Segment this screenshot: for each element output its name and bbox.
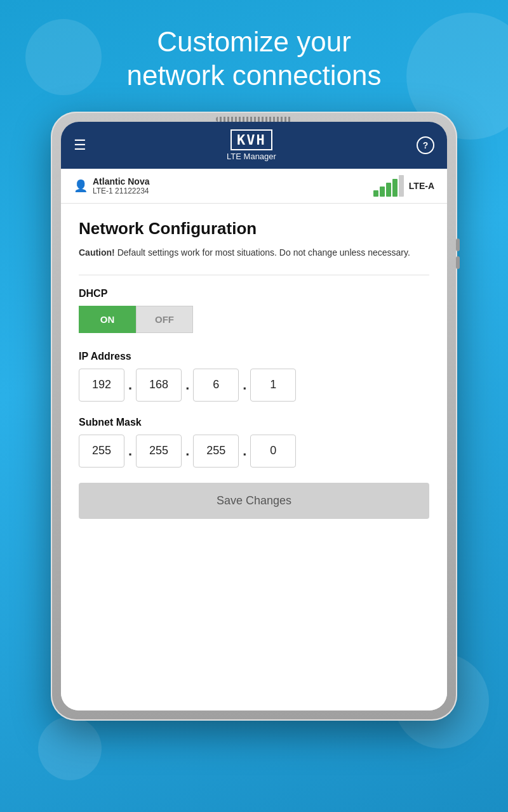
dhcp-toggle[interactable]: ON OFF bbox=[79, 306, 193, 333]
vessel-details: Atlantic Nova LTE-1 21122234 bbox=[93, 176, 149, 195]
ip-label: IP Address bbox=[79, 351, 429, 362]
subnet-dot-1: . bbox=[128, 443, 132, 459]
caution-rest: Default settings work for most situation… bbox=[115, 247, 410, 258]
signal-bars bbox=[373, 175, 404, 197]
subnet-dot-3: . bbox=[243, 443, 246, 459]
signal-bar-3 bbox=[386, 183, 391, 197]
menu-button[interactable]: ☰ bbox=[74, 137, 86, 154]
app-header: ☰ KVH LTE Manager ? bbox=[61, 122, 447, 169]
subnet-octet-1[interactable]: 255 bbox=[79, 435, 124, 468]
save-changes-button[interactable]: Save Changes bbox=[79, 483, 429, 519]
status-bar: 👤 Atlantic Nova LTE-1 21122234 LTE-A bbox=[61, 169, 447, 204]
vessel-id: LTE-1 21122234 bbox=[93, 187, 149, 195]
caution-text: Caution! Default settings work for most … bbox=[79, 246, 429, 259]
headline-line1: Customize your bbox=[157, 26, 351, 57]
tablet-device: SAMSUNG ☰ KVH LTE Manager ? 👤 Atlantic N… bbox=[51, 112, 457, 721]
vessel-name: Atlantic Nova bbox=[93, 176, 149, 187]
side-button bbox=[456, 256, 460, 269]
save-button-area: Save Changes bbox=[79, 483, 429, 519]
dhcp-on-button[interactable]: ON bbox=[79, 306, 136, 333]
subnet-octet-3[interactable]: 255 bbox=[193, 435, 239, 468]
ip-octet-2[interactable]: 168 bbox=[136, 369, 182, 402]
subnet-octet-2[interactable]: 255 bbox=[136, 435, 182, 468]
subnet-octet-4[interactable]: 0 bbox=[250, 435, 296, 468]
ip-dot-3: . bbox=[243, 377, 246, 393]
lte-badge: LTE-A bbox=[409, 181, 434, 191]
app-title: LTE Manager bbox=[227, 152, 276, 161]
subnet-label: Subnet Mask bbox=[79, 417, 429, 428]
bg-decoration bbox=[25, 19, 102, 95]
subnet-mask-row: 255 . 255 . 255 . 0 bbox=[79, 435, 429, 468]
section-title: Network Configuration bbox=[79, 219, 429, 239]
headline-line2: network connections bbox=[126, 60, 381, 91]
kvh-logo: KVH bbox=[231, 129, 272, 150]
signal-bar-2 bbox=[380, 187, 385, 197]
divider bbox=[79, 275, 429, 275]
page-headline: Customize your network connections bbox=[126, 25, 381, 93]
signal-bar-4 bbox=[392, 179, 398, 197]
vessel-icon: 👤 bbox=[74, 179, 88, 193]
ip-octet-1[interactable]: 192 bbox=[79, 369, 124, 402]
subnet-dot-2: . bbox=[185, 443, 189, 459]
speaker-grille bbox=[216, 117, 292, 122]
ip-octet-3[interactable]: 6 bbox=[193, 369, 239, 402]
dhcp-off-button[interactable]: OFF bbox=[136, 306, 193, 333]
dhcp-label: DHCP bbox=[79, 288, 429, 299]
ip-dot-1: . bbox=[128, 377, 132, 393]
side-button bbox=[456, 239, 460, 251]
app-logo-area: KVH LTE Manager bbox=[227, 129, 276, 161]
caution-bold: Caution! bbox=[79, 247, 115, 258]
ip-octet-4[interactable]: 1 bbox=[250, 369, 296, 402]
content-area: Network Configuration Caution! Default s… bbox=[61, 204, 447, 710]
side-buttons bbox=[456, 239, 460, 269]
ip-dot-2: . bbox=[185, 377, 189, 393]
help-button[interactable]: ? bbox=[417, 136, 434, 154]
bg-decoration bbox=[38, 717, 102, 780]
ip-address-row: 192 . 168 . 6 . 1 bbox=[79, 369, 429, 402]
tablet-screen: ☰ KVH LTE Manager ? 👤 Atlantic Nova LTE-… bbox=[61, 122, 447, 710]
vessel-info: 👤 Atlantic Nova LTE-1 21122234 bbox=[74, 176, 149, 195]
signal-area: LTE-A bbox=[373, 175, 434, 197]
signal-bar-5 bbox=[399, 175, 404, 197]
signal-bar-1 bbox=[373, 190, 378, 197]
tablet-shell: SAMSUNG ☰ KVH LTE Manager ? 👤 Atlantic N… bbox=[51, 112, 457, 721]
